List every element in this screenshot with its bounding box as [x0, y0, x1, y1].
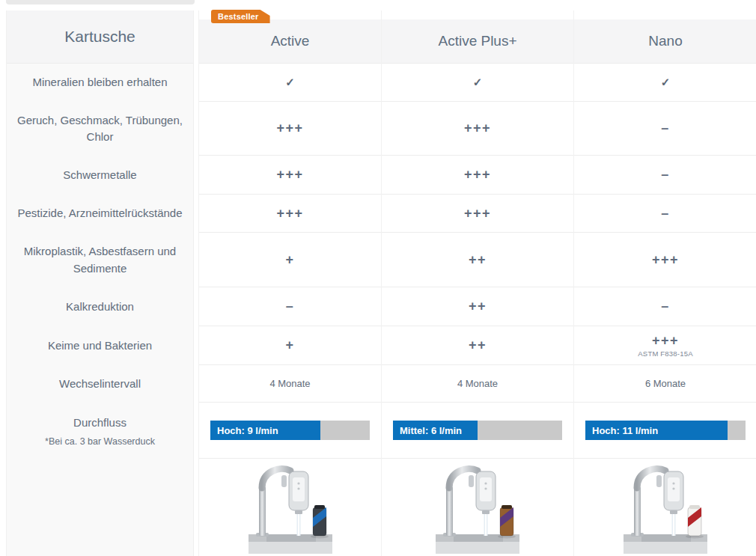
feature-label-cell — [7, 459, 193, 556]
cell-active-image-9 — [199, 459, 381, 556]
rating-value: +++ — [276, 206, 303, 222]
cell-nano-symbol-6: +++ASTM F838-15A — [574, 326, 756, 365]
feature-label: Mineralien bleiben erhalten — [32, 74, 167, 91]
flow-rate-bar: Hoch: 11 l/min — [585, 421, 746, 440]
header-spacer — [382, 10, 573, 19]
cell-active-plus-symbol-3: +++ — [382, 195, 573, 233]
rating-value: – — [661, 206, 670, 222]
rating-value: +++ — [276, 120, 303, 136]
product-name-active-plus: Active Plus+ — [382, 19, 573, 64]
cell-active-plus-symbol-1: +++ — [382, 102, 573, 156]
feature-label: Mikroplastik, Asbestfasern und Sedimente — [13, 243, 187, 277]
check-icon: ✓ — [285, 76, 295, 89]
flow-rate-label: Hoch: 11 l/min — [585, 425, 658, 436]
rating-value: +++ — [652, 333, 679, 349]
cell-active-bar-8: Hoch: 9 l/min — [199, 403, 381, 459]
check-icon: ✓ — [661, 76, 671, 89]
product-column-active-plus: Active Plus+✓+++++++++++++++4 MonateMitt… — [381, 10, 573, 556]
rating-value: +++ — [464, 120, 491, 136]
interval-value: 4 Monate — [269, 378, 310, 389]
product-name-active: Active — [199, 19, 381, 64]
bestseller-badge: Bestseller — [211, 10, 270, 23]
feature-footnote: *Bei ca. 3 bar Wasserduck — [45, 436, 155, 447]
cell-active-symbol-5: – — [199, 287, 381, 326]
product-column-nano: Nano✓–––+++–+++ASTM F838-15A6 MonateHoch… — [573, 10, 756, 556]
rating-value: +++ — [464, 167, 491, 183]
cell-active-plus-check-0: ✓ — [382, 64, 573, 102]
cell-active-symbol-1: +++ — [199, 102, 381, 156]
cell-active-text-7: 4 Monate — [199, 365, 381, 403]
rating-value: + — [285, 252, 294, 268]
rating-value: – — [661, 120, 670, 136]
feature-label: Wechselintervall — [59, 376, 141, 393]
feature-label: Durchfluss — [73, 415, 126, 432]
cell-nano-symbol-5: – — [574, 287, 756, 326]
rating-value: +++ — [464, 206, 491, 222]
product-image-nano[interactable] — [622, 461, 709, 554]
rating-value: ++ — [469, 299, 487, 314]
cell-nano-symbol-2: – — [574, 156, 756, 195]
flow-rate-label: Hoch: 9 l/min — [210, 425, 278, 436]
rating-value: ++ — [469, 252, 487, 268]
rating-value: – — [661, 167, 670, 183]
cell-active-plus-symbol-2: +++ — [382, 156, 573, 195]
product-image-active[interactable] — [247, 461, 334, 554]
faucet-filter-illustration — [622, 461, 709, 554]
rating-value: +++ — [276, 167, 303, 183]
feature-label: Kalkreduktion — [66, 299, 134, 316]
feature-column-header: Kartusche — [7, 10, 193, 64]
rating-value: – — [661, 299, 670, 314]
flow-rate-bar-fill: Hoch: 11 l/min — [585, 421, 728, 440]
cell-active-symbol-3: +++ — [199, 195, 381, 233]
top-edge-strip — [6, 0, 195, 4]
faucet-filter-illustration — [247, 461, 334, 554]
product-image-active-plus[interactable] — [434, 461, 521, 554]
feature-label: Schwermetalle — [63, 167, 136, 184]
flow-rate-bar: Hoch: 9 l/min — [210, 421, 370, 440]
cell-active-plus-symbol-6: ++ — [382, 326, 573, 365]
cell-nano-text-7: 6 Monate — [574, 365, 756, 403]
cell-active-plus-bar-8: Mittel: 6 l/min — [382, 403, 573, 459]
rating-value: ++ — [469, 337, 487, 353]
interval-value: 4 Monate — [457, 378, 498, 389]
cell-active-symbol-6: + — [199, 326, 381, 365]
cell-active-symbol-2: +++ — [199, 156, 381, 195]
feature-label-cell: Geruch, Geschmack, Trübungen, Chlor — [7, 102, 193, 156]
cell-nano-bar-8: Hoch: 11 l/min — [574, 403, 756, 459]
cell-nano-symbol-4: +++ — [574, 233, 756, 287]
cell-nano-check-0: ✓ — [574, 64, 756, 102]
faucet-filter-illustration — [434, 461, 521, 554]
cell-active-check-0: ✓ — [199, 64, 381, 102]
feature-label-cell: Pestizide, Arzneimittelrückstände — [7, 195, 193, 233]
rating-value: – — [286, 299, 295, 314]
feature-label: Geruch, Geschmack, Trübungen, Chlor — [13, 112, 187, 146]
feature-label-cell: Mikroplastik, Asbestfasern und Sedimente — [7, 233, 193, 287]
flow-rate-bar-fill: Mittel: 6 l/min — [393, 421, 478, 440]
rating-value: +++ — [652, 252, 679, 268]
product-column-active: Active✓++++++++++–+4 MonateHoch: 9 l/min — [198, 10, 381, 556]
flow-rate-bar: Mittel: 6 l/min — [393, 421, 562, 440]
cell-active-symbol-4: + — [199, 233, 381, 287]
feature-label-cell: Wechselintervall — [7, 365, 193, 403]
feature-label: Pestizide, Arzneimittelrückstände — [17, 205, 182, 222]
cell-active-plus-symbol-4: ++ — [382, 233, 573, 287]
check-icon: ✓ — [473, 76, 483, 89]
rating-value: + — [285, 337, 294, 353]
cell-nano-image-9 — [574, 459, 756, 556]
cell-active-plus-image-9 — [382, 459, 573, 556]
feature-label: Keime und Bakterien — [48, 337, 152, 355]
cell-nano-symbol-3: – — [574, 195, 756, 233]
flow-rate-bar-fill: Hoch: 9 l/min — [210, 421, 320, 440]
flow-rate-label: Mittel: 6 l/min — [393, 425, 462, 436]
header-spacer — [574, 10, 756, 19]
cell-nano-symbol-1: – — [574, 102, 756, 156]
feature-label-cell: Mineralien bleiben erhalten — [7, 64, 193, 102]
cell-active-plus-symbol-5: ++ — [382, 287, 573, 326]
feature-label-cell: Kalkreduktion — [7, 287, 193, 326]
product-name-nano: Nano — [574, 19, 756, 64]
feature-label-cell: Durchfluss*Bei ca. 3 bar Wasserduck — [7, 403, 193, 459]
feature-column: KartuscheMineralien bleiben erhaltenGeru… — [6, 10, 194, 556]
interval-value: 6 Monate — [645, 378, 686, 389]
cell-active-plus-text-7: 4 Monate — [382, 365, 573, 403]
feature-label-cell: Keime und Bakterien — [7, 326, 193, 365]
